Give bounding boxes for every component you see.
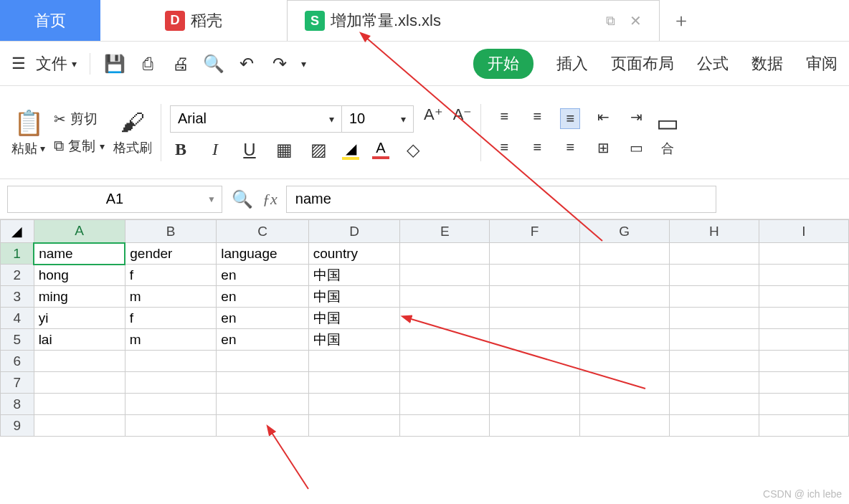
cell-H7[interactable] xyxy=(669,372,759,394)
row-header-2[interactable]: 2 xyxy=(1,265,34,286)
cell-F1[interactable] xyxy=(490,243,579,265)
cell-A7[interactable] xyxy=(34,372,125,394)
row-header-7[interactable]: 7 xyxy=(1,372,34,394)
wrap-text-icon[interactable]: ⊞ xyxy=(593,139,613,156)
cell-B8[interactable] xyxy=(125,394,217,415)
cell-D4[interactable]: 中国 xyxy=(308,308,400,329)
cell-E8[interactable] xyxy=(400,394,490,415)
cell-A8[interactable] xyxy=(34,394,125,415)
col-header-B[interactable]: B xyxy=(125,220,217,243)
cell-I1[interactable] xyxy=(759,243,848,265)
cell-G9[interactable] xyxy=(579,415,669,437)
cell-I8[interactable] xyxy=(759,394,848,415)
zoom-icon[interactable]: 🔍 xyxy=(231,189,254,209)
ribbon-review[interactable]: 审阅 xyxy=(806,53,838,75)
ribbon-insert[interactable]: 插入 xyxy=(556,53,588,75)
cell-H3[interactable] xyxy=(669,286,759,308)
ribbon-data[interactable]: 数据 xyxy=(751,53,783,75)
align-bottom-icon[interactable]: ≡ xyxy=(560,108,580,129)
cell-F2[interactable] xyxy=(490,265,579,286)
menu-icon[interactable]: ☰ xyxy=(11,54,26,73)
cell-C4[interactable]: en xyxy=(217,308,308,329)
cell-C7[interactable] xyxy=(217,372,308,394)
tab-docshell[interactable]: D 稻壳 xyxy=(100,0,287,41)
cell-H8[interactable] xyxy=(669,394,759,415)
italic-button[interactable]: I xyxy=(204,140,226,159)
cell-A3[interactable]: ming xyxy=(34,286,125,308)
row-header-5[interactable]: 5 xyxy=(1,329,34,351)
cell-B7[interactable] xyxy=(125,372,217,394)
cell-A5[interactable]: lai xyxy=(34,329,125,351)
cell-I7[interactable] xyxy=(759,372,848,394)
format-painter-button[interactable]: 🖌 格式刷 xyxy=(113,108,152,156)
cell-B1[interactable]: gender xyxy=(125,243,217,265)
col-header-C[interactable]: C xyxy=(217,220,308,243)
cut-button[interactable]: ✂剪切 xyxy=(54,110,105,128)
cell-E6[interactable] xyxy=(400,351,490,372)
cell-H5[interactable] xyxy=(669,329,759,351)
cell-F5[interactable] xyxy=(490,329,579,351)
align-middle-icon[interactable]: ≡ xyxy=(527,108,547,129)
cell-E9[interactable] xyxy=(400,415,490,437)
cell-G7[interactable] xyxy=(579,372,669,394)
cell-C2[interactable]: en xyxy=(217,265,308,286)
cell-I9[interactable] xyxy=(759,415,848,437)
indent-inc-icon[interactable]: ⇥ xyxy=(626,108,646,129)
cell-D3[interactable]: 中国 xyxy=(308,286,400,308)
save-as-icon[interactable]: ⎙ xyxy=(136,54,159,74)
col-header-E[interactable]: E xyxy=(400,220,490,243)
row-header-9[interactable]: 9 xyxy=(1,415,34,437)
align-right-icon[interactable]: ≡ xyxy=(560,139,580,156)
align-left-icon[interactable]: ≡ xyxy=(494,139,514,156)
cell-A1[interactable]: name xyxy=(34,243,125,265)
cell-H1[interactable] xyxy=(669,243,759,265)
col-header-G[interactable]: G xyxy=(579,220,669,243)
cell-C9[interactable] xyxy=(217,415,308,437)
cell-A6[interactable] xyxy=(34,351,125,372)
eraser-button[interactable]: ◇ xyxy=(402,140,424,160)
ribbon-layout[interactable]: 页面布局 xyxy=(611,53,674,75)
indent-dec-icon[interactable]: ⇤ xyxy=(593,108,613,129)
cell-H6[interactable] xyxy=(669,351,759,372)
cell-D6[interactable] xyxy=(308,351,400,372)
more-icon[interactable]: ▾ xyxy=(301,58,306,70)
ribbon-formula[interactable]: 公式 xyxy=(697,53,729,75)
cell-B3[interactable]: m xyxy=(125,286,217,308)
cell-B9[interactable] xyxy=(125,415,217,437)
cell-F6[interactable] xyxy=(490,351,579,372)
cell-D8[interactable] xyxy=(308,394,400,415)
ribbon-start[interactable]: 开始 xyxy=(473,49,533,79)
cell-style-button[interactable]: ▨ xyxy=(308,140,329,160)
cell-A4[interactable]: yi xyxy=(34,308,125,329)
cell-G2[interactable] xyxy=(579,265,669,286)
preview-icon[interactable]: 🔍 xyxy=(202,54,225,74)
increase-font-icon[interactable]: A⁺ xyxy=(424,105,443,133)
font-size-select[interactable]: 10▾ xyxy=(342,105,414,133)
tab-home[interactable]: 首页 xyxy=(0,0,100,41)
window-pod-icon[interactable]: ⧉ xyxy=(606,14,615,29)
bold-button[interactable]: B xyxy=(170,140,191,159)
name-box[interactable]: A1 ▼ xyxy=(7,186,222,213)
cell-F3[interactable] xyxy=(490,286,579,308)
cell-A9[interactable] xyxy=(34,415,125,437)
cell-C5[interactable]: en xyxy=(217,329,308,351)
cell-H9[interactable] xyxy=(669,415,759,437)
align-center-icon[interactable]: ≡ xyxy=(527,139,547,156)
cell-G8[interactable] xyxy=(579,394,669,415)
row-header-8[interactable]: 8 xyxy=(1,394,34,415)
cell-B2[interactable]: f xyxy=(125,265,217,286)
row-header-6[interactable]: 6 xyxy=(1,351,34,372)
select-all-corner[interactable]: ◢ xyxy=(1,220,34,243)
fill-color-button[interactable]: ◢ xyxy=(342,140,359,160)
col-header-I[interactable]: I xyxy=(759,220,848,243)
cell-D5[interactable]: 中国 xyxy=(308,329,400,351)
cell-D9[interactable] xyxy=(308,415,400,437)
cell-I4[interactable] xyxy=(759,308,848,329)
cell-G1[interactable] xyxy=(579,243,669,265)
new-tab-button[interactable]: ＋ xyxy=(660,0,703,41)
paste-button[interactable]: 📋 粘贴▾ xyxy=(11,108,45,157)
redo-icon[interactable]: ↷ xyxy=(268,54,291,74)
cell-I3[interactable] xyxy=(759,286,848,308)
cell-F7[interactable] xyxy=(490,372,579,394)
cell-F8[interactable] xyxy=(490,394,579,415)
